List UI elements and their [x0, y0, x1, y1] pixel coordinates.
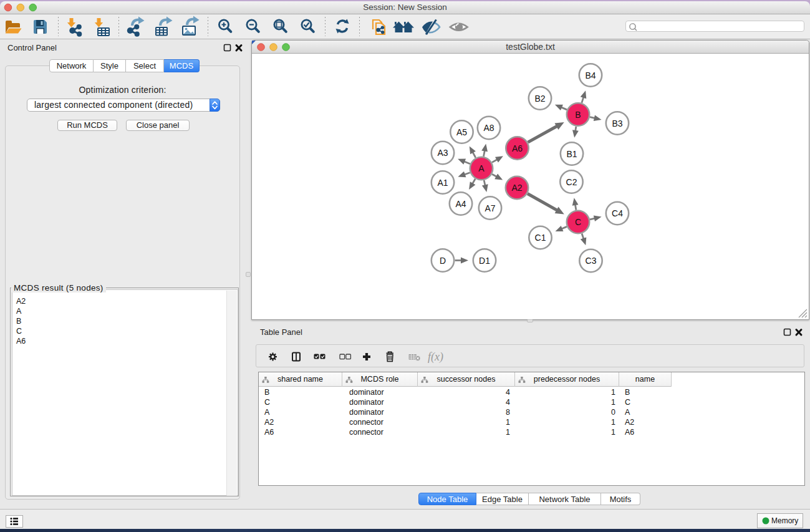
svg-text:A7: A7 — [485, 203, 495, 213]
svg-text:A8: A8 — [483, 123, 494, 133]
svg-text:B3: B3 — [612, 118, 622, 128]
svg-text:A5: A5 — [456, 127, 467, 137]
svg-text:A4: A4 — [455, 199, 466, 209]
svg-text:B1: B1 — [566, 149, 577, 159]
svg-text:C: C — [575, 217, 581, 227]
svg-text:C2: C2 — [566, 177, 577, 187]
svg-text:A: A — [478, 163, 485, 173]
svg-text:A6: A6 — [512, 143, 523, 153]
svg-text:B2: B2 — [534, 94, 545, 104]
svg-text:D1: D1 — [479, 256, 490, 266]
svg-text:A3: A3 — [437, 148, 448, 158]
svg-text:C1: C1 — [535, 233, 546, 243]
svg-text:D: D — [440, 256, 446, 266]
svg-text:A2: A2 — [511, 183, 522, 193]
svg-text:B: B — [575, 110, 581, 120]
svg-text:f(x): f(x) — [428, 351, 443, 364]
svg-text:A1: A1 — [437, 178, 448, 188]
svg-text:C3: C3 — [586, 256, 597, 266]
svg-text:C4: C4 — [612, 208, 623, 218]
svg-text:B4: B4 — [585, 70, 595, 80]
